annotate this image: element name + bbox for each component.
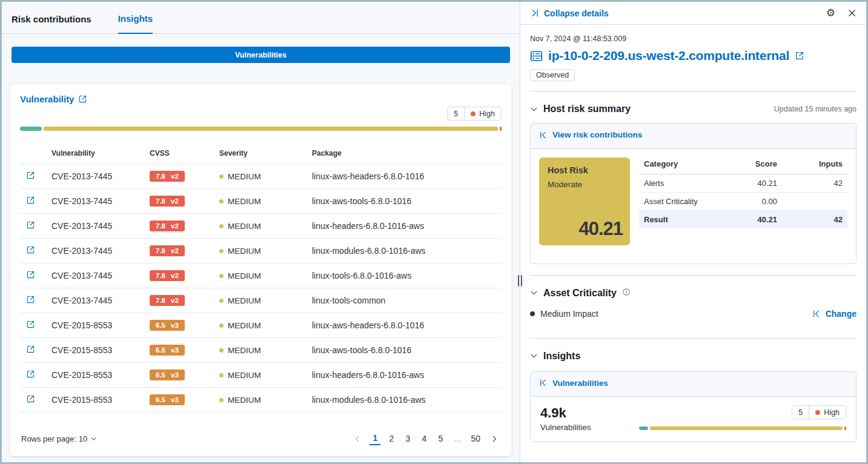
risk-table-row: Asset Criticality0.00 [639, 192, 847, 210]
next-page-icon[interactable] [488, 435, 500, 443]
pagination-page-1[interactable]: 1 [369, 432, 380, 445]
open-vulnerability-icon[interactable] [26, 370, 35, 379]
open-vulnerability-icon[interactable] [26, 196, 35, 205]
pagination-page-3[interactable]: 3 [402, 433, 413, 445]
severity-value: MEDIUM [219, 222, 307, 231]
package-name: linux-tools-common [310, 288, 502, 313]
medium-severity-dot-icon [219, 174, 224, 179]
open-vulnerability-icon[interactable] [26, 220, 35, 230]
cve-id: CVE-2013-7445 [49, 288, 147, 313]
host-storage-icon [530, 50, 543, 62]
chevron-down-icon [530, 105, 538, 113]
host-risk-summary-title: Host risk summary [543, 104, 631, 114]
package-name: linux-aws-headers-6.8.0-1016 [310, 313, 502, 338]
col-cvss: CVSS [147, 144, 217, 164]
open-vulnerability-icon[interactable] [26, 270, 35, 279]
vulnerabilities-count-label: Vulnerabilities [540, 423, 591, 432]
open-vulnerability-icon[interactable] [26, 345, 35, 354]
insights-vulnerabilities-link[interactable]: Vulnerabilities [539, 379, 608, 388]
pagination-page-5[interactable]: 5 [435, 433, 446, 445]
vulnerability-card: Vulnerability 5 High [10, 84, 511, 456]
package-name: linux-aws-tools-6.8.0-1016 [310, 189, 502, 214]
severity-value: MEDIUM [219, 296, 307, 305]
col-score: Score [711, 157, 782, 174]
flyout-header: Collapse details ⚙ [520, 2, 866, 25]
severity-value: MEDIUM [219, 271, 307, 280]
host-external-link-icon[interactable] [795, 51, 804, 61]
pagination-page-50[interactable]: 50 [469, 433, 482, 445]
updated-timestamp: Updated 15 minutes ago [774, 105, 856, 113]
severity-bar-segment-low [20, 127, 42, 131]
risk-insights-panel: Risk contributions Insights Vulnerabilit… [2, 2, 520, 462]
insights-accordion[interactable]: Insights [530, 351, 856, 362]
risk-card-title: Host Risk [548, 165, 621, 175]
cvss-score-badge: 7.8v2 [150, 245, 185, 256]
tab-risk-contributions[interactable]: Risk contributions [12, 14, 91, 33]
severity-value: MEDIUM [219, 396, 307, 405]
high-severity-dot-icon [815, 410, 820, 415]
cvss-score-badge: 7.8v2 [150, 171, 185, 182]
host-risk-summary-panel: View risk contributions Host Risk Modera… [530, 123, 856, 264]
cve-id: CVE-2013-7445 [49, 189, 147, 214]
table-row: CVE-2015-85536.5v3MEDIUMlinux-aws-header… [20, 313, 502, 338]
open-vulnerability-icon[interactable] [26, 320, 35, 329]
cvss-score-badge: 6.5v3 [150, 320, 185, 331]
severity-bar-segment-medium [44, 127, 498, 131]
open-vulnerability-icon[interactable] [26, 394, 35, 403]
high-severity-count-badge: 5 High [447, 107, 502, 121]
table-row: CVE-2013-74457.8v2MEDIUMlinux-modules-6.… [20, 239, 502, 263]
asset-criticality-accordion[interactable]: Asset Criticality [530, 288, 856, 299]
info-icon[interactable] [622, 288, 631, 299]
divider [530, 275, 856, 276]
pagination-page-2[interactable]: 2 [386, 433, 397, 445]
app-window: Risk contributions Insights Vulnerabilit… [0, 0, 868, 464]
close-icon[interactable] [847, 8, 856, 18]
change-asset-criticality-link[interactable]: Change [812, 309, 856, 319]
open-vulnerability-icon[interactable] [26, 245, 35, 254]
cve-id: CVE-2015-8553 [49, 388, 147, 413]
settings-gear-icon[interactable]: ⚙ [826, 8, 835, 18]
collapse-details-label: Collapse details [544, 8, 609, 18]
severity-distribution-bar [639, 426, 846, 430]
host-name-link[interactable]: ip-10-0-2-209.us-west-2.compute.internal [548, 48, 789, 63]
panel-resize-handle[interactable] [516, 273, 524, 288]
severity-value: MEDIUM [219, 371, 307, 380]
package-name: linux-tools-6.8.0-1016-aws [310, 263, 502, 288]
severity-value: MEDIUM [219, 321, 307, 330]
rows-per-page-select[interactable]: Rows per page: 10 [21, 434, 97, 443]
view-risk-contributions-link[interactable]: View risk contributions [539, 130, 642, 139]
cve-id: CVE-2015-8553 [49, 363, 147, 388]
open-vulnerability-icon[interactable] [26, 171, 35, 180]
rows-per-page-label: Rows per page: 10 [21, 434, 87, 443]
col-vulnerability: Vulnerability [49, 144, 147, 164]
tab-insights[interactable]: Insights [118, 13, 153, 34]
package-name: linux-headers-6.8.0-1016-aws [310, 363, 502, 388]
vulnerability-title-link[interactable]: Vulnerability [20, 94, 87, 104]
pagination-page-4[interactable]: 4 [419, 433, 429, 445]
host-risk-score-card: Host Risk Moderate 40.21 [539, 157, 630, 245]
external-link-icon [78, 94, 87, 104]
severity-bar-segment-low [639, 426, 648, 430]
risk-inputs-value [782, 192, 847, 210]
open-vulnerability-icon[interactable] [26, 295, 35, 304]
severity-distribution-bar [20, 127, 502, 131]
previous-page-icon[interactable] [351, 435, 364, 443]
severity-value: MEDIUM [219, 172, 307, 181]
table-row: CVE-2015-85536.5v3MEDIUMlinux-headers-6.… [20, 363, 502, 388]
severity-value: MEDIUM [219, 247, 307, 256]
table-row: CVE-2013-74457.8v2MEDIUMlinux-aws-tools-… [20, 189, 502, 214]
severity-bar-segment-critical [500, 127, 502, 131]
package-name: linux-aws-tools-6.8.0-1016 [310, 338, 502, 363]
tab-bar: Risk contributions Insights [2, 2, 520, 34]
risk-inputs-value: 42 [782, 174, 847, 192]
cvss-score-badge: 6.5v3 [150, 345, 185, 356]
asset-criticality-title: Asset Criticality [543, 288, 617, 299]
vulnerabilities-table: Vulnerability CVSS Severity Package CVE-… [20, 144, 502, 413]
risk-score-value: 40.21 [711, 210, 782, 228]
vulnerabilities-section-button[interactable]: Vulnerabilities [12, 47, 510, 63]
host-risk-summary-accordion[interactable]: Host risk summary Updated 15 minutes ago [530, 104, 856, 114]
collapse-details-button[interactable]: Collapse details [530, 8, 609, 18]
chevron-down-icon [90, 436, 97, 442]
criticality-dot-icon [530, 311, 535, 316]
table-row: CVE-2015-85536.5v3MEDIUMlinux-modules-6.… [20, 388, 502, 413]
